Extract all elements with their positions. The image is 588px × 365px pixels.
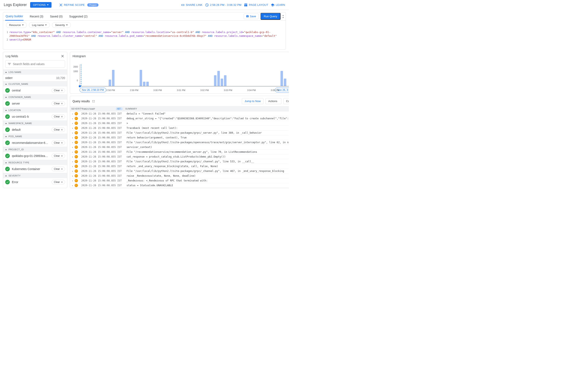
histogram-bar[interactable] <box>143 82 145 86</box>
expand-icon[interactable]: › <box>71 131 74 134</box>
expand-icon[interactable]: › <box>71 179 74 182</box>
th-timestamp[interactable]: TIMESTAMP IST <box>80 106 124 111</box>
histogram-bar[interactable] <box>224 75 227 86</box>
tab-recent[interactable]: Recent (3) <box>29 13 44 20</box>
expand-icon[interactable]: › <box>71 126 74 130</box>
clear-button[interactable]: Clear <box>52 88 65 93</box>
group-header[interactable]: RESOURCE TYPE <box>3 160 67 165</box>
log-row[interactable]: ›!!2020-11-26 15:06:08.855 ISTFile "/usr… <box>70 131 289 135</box>
group-header[interactable]: POD_NAME <box>3 134 67 139</box>
configure-button[interactable]: Configure <box>284 98 289 104</box>
histogram-bar[interactable] <box>217 71 220 86</box>
group-header[interactable]: LOCATION <box>3 107 67 113</box>
histogram-bar[interactable] <box>281 71 283 86</box>
expand-icon[interactable]: › <box>71 160 74 163</box>
log-row[interactable]: ›!!2020-11-26 15:06:08.855 ISTTraceback … <box>70 126 289 131</box>
field-row[interactable]: centralClear <box>3 86 67 94</box>
log-row[interactable]: ›!!2020-11-26 15:06:08.855 ISTFile "/usr… <box>70 140 289 145</box>
histogram-plot[interactable] <box>80 64 289 86</box>
expand-icon[interactable]: › <box>71 122 74 125</box>
log-row[interactable]: ›!!2020-11-26 15:06:08.855 ISTFile "/usr… <box>70 159 289 164</box>
expand-icon[interactable]: › <box>71 136 74 139</box>
close-icon[interactable] <box>61 54 65 58</box>
group-header[interactable]: PROJECT_ID <box>3 147 67 152</box>
expand-icon[interactable]: › <box>71 146 74 149</box>
tab-query-builder[interactable]: Query builder <box>5 13 23 21</box>
log-row[interactable]: ›!!2020-11-26 15:06:08.855 ISTdebug_erro… <box>70 116 289 121</box>
expand-collapse-toggle[interactable]: ▾▴ <box>283 15 284 18</box>
code[interactable]: resource.type="k8s_container" AND resour… <box>9 30 286 45</box>
group-header[interactable]: LOG NAME <box>3 70 67 75</box>
histogram-bar[interactable] <box>112 70 114 86</box>
log-row[interactable]: ›!!2020-11-26 15:06:08.855 ISTreturn _en… <box>70 164 289 169</box>
field-row[interactable]: qwiklabs-gcp-01-29893ea3df01Clear <box>3 152 67 160</box>
chip-log-name[interactable]: Log name <box>29 22 50 28</box>
group-header[interactable]: NAMESPACE_NAME <box>3 120 67 126</box>
expand-icon[interactable]: › <box>71 174 74 177</box>
expand-icon[interactable]: › <box>71 141 74 144</box>
clear-button[interactable]: Clear <box>52 101 65 106</box>
clear-button[interactable]: Clear <box>52 154 65 158</box>
field-row[interactable]: defaultClear <box>3 126 67 134</box>
th-severity[interactable]: SEVERITY <box>70 106 80 111</box>
expand-icon[interactable]: › <box>71 112 74 115</box>
page-layout-button[interactable]: PAGE LAYOUT <box>244 3 268 7</box>
timezone-chip[interactable]: IST <box>116 107 123 110</box>
save-button[interactable]: Save <box>244 14 258 19</box>
field-row[interactable]: Kubernetes ContainerClear <box>3 165 67 173</box>
tab-suggested[interactable]: Suggested (2) <box>69 13 88 20</box>
group-header[interactable]: SEVERITY <box>3 173 67 178</box>
actions-button[interactable]: Actions <box>266 98 281 104</box>
log-row[interactable]: ›!!2020-11-26 15:06:08.855 ISTcat_respon… <box>70 154 289 159</box>
log-row[interactable]: ›!!2020-11-26 15:06:08.855 ISTdetails = … <box>70 112 289 116</box>
expand-icon[interactable]: › <box>71 150 74 154</box>
th-summary[interactable]: SUMMARY <box>124 106 289 111</box>
search-fields-input[interactable] <box>5 60 65 68</box>
log-row[interactable]: ›!!2020-11-26 15:06:08.855 ISTFile "/rec… <box>70 150 289 154</box>
clear-button[interactable]: Clear <box>52 167 65 171</box>
histogram-bar[interactable] <box>109 80 111 86</box>
query-editor[interactable]: 12 resource.type="k8s_container" AND res… <box>3 29 286 49</box>
chip-resource[interactable]: Resource <box>6 22 27 28</box>
group-header[interactable]: CONTAINER_NAME <box>3 94 67 99</box>
options-button[interactable]: OPTIONS <box>30 2 52 8</box>
histogram-bar[interactable] <box>214 75 216 86</box>
field-row[interactable]: ErrorClear <box>3 178 67 186</box>
log-row[interactable]: ›!!2020-11-26 15:06:08.855 ISTraise _Ren… <box>70 174 289 178</box>
clear-button[interactable]: Clear <box>52 140 65 145</box>
search-input[interactable] <box>13 62 63 66</box>
histogram-bar[interactable] <box>221 78 223 86</box>
learn-button[interactable]: LEARN <box>271 3 285 7</box>
scope-chip[interactable]: Project <box>87 3 98 7</box>
histogram-bar[interactable] <box>284 78 286 86</box>
log-row[interactable]: ›!!2020-11-26 15:06:08.855 ISTstatus = S… <box>70 183 289 188</box>
jump-to-now-button[interactable]: Jump to Now <box>242 98 263 104</box>
expand-icon[interactable]: › <box>71 155 74 158</box>
histogram-bar[interactable] <box>146 82 149 86</box>
log-row[interactable]: ›!!2020-11-26 15:06:08.855 ISTFile "/usr… <box>70 169 289 174</box>
expand-icon[interactable]: › <box>71 165 74 168</box>
group-header[interactable]: CLUSTER_NAME <box>3 81 67 86</box>
histogram-bar[interactable] <box>140 70 142 86</box>
field-row[interactable]: us-central1-bClear <box>3 113 67 120</box>
tab-saved[interactable]: Saved (0) <box>49 13 63 20</box>
chip-severity[interactable]: Severity <box>52 22 71 28</box>
clear-button[interactable]: Clear <box>52 180 65 184</box>
log-row[interactable]: ›!!2020-11-26 15:06:08.855 IST> <box>70 121 289 126</box>
expand-icon[interactable]: › <box>71 184 74 187</box>
fullscreen-icon[interactable] <box>92 99 95 103</box>
field-row[interactable]: stderr10,720 <box>3 75 67 81</box>
log-row[interactable]: ›!!2020-11-26 15:06:08.855 ISTservicer_c… <box>70 145 289 150</box>
field-row[interactable]: serverClear <box>3 99 67 107</box>
share-link-button[interactable]: SHARE LINK <box>181 3 202 7</box>
time-range-button[interactable]: 2:56:26 PM - 3:06:32 PM <box>205 3 242 7</box>
log-row[interactable]: ›!!2020-11-26 15:06:08.855 IST_Rendezvou… <box>70 178 289 183</box>
field-row[interactable]: recommendationservice-6c45b...Clear <box>3 139 67 147</box>
expand-icon[interactable]: › <box>71 117 74 120</box>
clear-button[interactable]: Clear <box>52 114 65 119</box>
clear-button[interactable]: Clear <box>52 127 65 132</box>
run-query-button[interactable]: Run Query <box>261 13 281 20</box>
expand-icon[interactable]: › <box>71 170 74 173</box>
refine-scope-button[interactable]: REFINE SCOPE <box>59 3 85 7</box>
log-row[interactable]: ›!!2020-11-26 15:06:08.855 ISTreturn beh… <box>70 135 289 140</box>
